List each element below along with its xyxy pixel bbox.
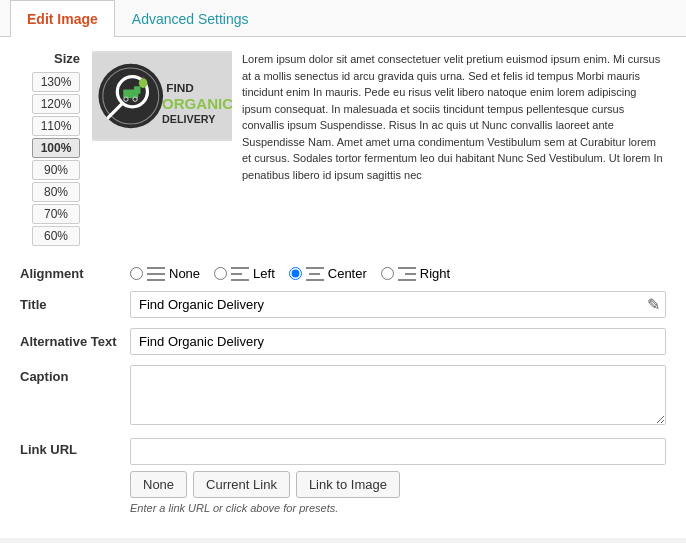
tab-bar: Edit Image Advanced Settings xyxy=(0,0,686,37)
caption-field xyxy=(130,365,666,428)
alignment-none-label: None xyxy=(169,266,200,281)
svg-point-8 xyxy=(133,97,137,101)
image-preview: FIND ORGANIC DELIVERY xyxy=(92,51,232,141)
main-content: Size 130% 120% 110% 100% 90% 80% 70% 60% xyxy=(0,37,686,538)
caption-label: Caption xyxy=(20,365,130,384)
alignment-left[interactable]: Left xyxy=(214,266,275,281)
size-90[interactable]: 90% xyxy=(32,160,80,180)
alignment-none-radio[interactable] xyxy=(130,267,143,280)
tab-edit-image-label: Edit Image xyxy=(27,11,98,27)
caption-input[interactable] xyxy=(130,365,666,425)
alignment-right[interactable]: Right xyxy=(381,266,450,281)
svg-text:ORGANIC: ORGANIC xyxy=(162,95,232,112)
alignment-center[interactable]: Center xyxy=(289,266,367,281)
current-link-button[interactable]: Current Link xyxy=(193,471,290,498)
title-row: Title ✎ xyxy=(20,291,666,318)
svg-text:FIND: FIND xyxy=(166,81,194,95)
alignment-label: Alignment xyxy=(20,266,130,281)
svg-point-9 xyxy=(139,78,148,88)
lorem-text: Lorem ipsum dolor sit amet consectetuer … xyxy=(242,51,666,183)
caption-row: Caption xyxy=(20,365,666,428)
svg-rect-6 xyxy=(134,86,140,94)
alignment-none-icon xyxy=(147,267,165,281)
alignment-center-label: Center xyxy=(328,266,367,281)
alt-text-row: Alternative Text xyxy=(20,328,666,355)
tab-edit-image[interactable]: Edit Image xyxy=(10,0,115,37)
link-url-input[interactable] xyxy=(130,438,666,465)
alt-text-field xyxy=(130,328,666,355)
alignment-row: Alignment None Left xyxy=(20,262,666,281)
alignment-left-label: Left xyxy=(253,266,275,281)
alignment-none[interactable]: None xyxy=(130,266,200,281)
alignment-left-icon xyxy=(231,267,249,281)
tab-advanced-settings-label: Advanced Settings xyxy=(132,11,249,27)
size-130[interactable]: 130% xyxy=(32,72,80,92)
alignment-left-radio[interactable] xyxy=(214,267,227,280)
size-label: Size xyxy=(54,51,80,66)
svg-point-7 xyxy=(124,97,128,101)
alignment-right-label: Right xyxy=(420,266,450,281)
link-hint: Enter a link URL or click above for pres… xyxy=(130,502,666,514)
image-preview-section: Size 130% 120% 110% 100% 90% 80% 70% 60% xyxy=(20,51,666,248)
alignment-right-icon xyxy=(398,267,416,281)
size-120[interactable]: 120% xyxy=(32,94,80,114)
size-100[interactable]: 100% xyxy=(32,138,80,158)
alt-text-input[interactable] xyxy=(130,328,666,355)
tab-advanced-settings[interactable]: Advanced Settings xyxy=(115,0,266,37)
alt-text-label: Alternative Text xyxy=(20,334,130,349)
link-url-label: Link URL xyxy=(20,438,130,457)
size-80[interactable]: 80% xyxy=(32,182,80,202)
title-input[interactable] xyxy=(130,291,666,318)
size-controls: Size 130% 120% 110% 100% 90% 80% 70% 60% xyxy=(20,51,80,248)
alignment-options: None Left Center xyxy=(130,266,666,281)
link-url-row: Link URL None Current Link Link to Image… xyxy=(20,438,666,514)
none-button[interactable]: None xyxy=(130,471,187,498)
title-label: Title xyxy=(20,297,130,312)
link-url-field-area: None Current Link Link to Image Enter a … xyxy=(130,438,666,514)
svg-text:DELIVERY: DELIVERY xyxy=(162,113,215,125)
alignment-center-icon xyxy=(306,267,324,281)
link-to-image-button[interactable]: Link to Image xyxy=(296,471,400,498)
image-and-text: FIND ORGANIC DELIVERY Lorem ipsum dolor … xyxy=(92,51,666,248)
size-110[interactable]: 110% xyxy=(32,116,80,136)
alignment-center-radio[interactable] xyxy=(289,267,302,280)
title-wrapper: ✎ xyxy=(130,291,666,318)
size-60[interactable]: 60% xyxy=(32,226,80,246)
title-edit-icon: ✎ xyxy=(647,295,660,314)
link-url-buttons: None Current Link Link to Image xyxy=(130,471,666,498)
alignment-right-radio[interactable] xyxy=(381,267,394,280)
size-70[interactable]: 70% xyxy=(32,204,80,224)
